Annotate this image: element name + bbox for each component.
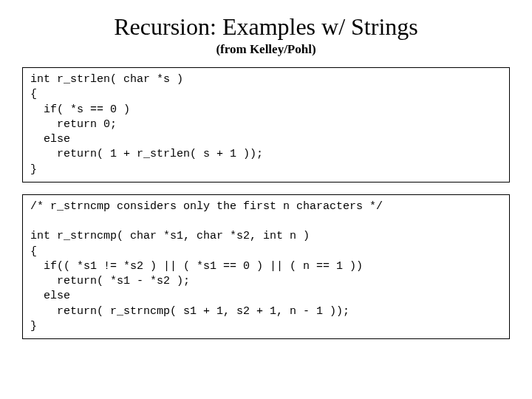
code-block-strncmp: /* r_strncmp considers only the first n … — [22, 194, 510, 339]
slide: Recursion: Examples w/ Strings (from Kel… — [0, 0, 532, 358]
slide-subtitle: (from Kelley/Pohl) — [22, 42, 510, 57]
code-block-strlen: int r_strlen( char *s ) { if( *s == 0 ) … — [22, 67, 510, 183]
slide-title: Recursion: Examples w/ Strings — [22, 13, 510, 41]
